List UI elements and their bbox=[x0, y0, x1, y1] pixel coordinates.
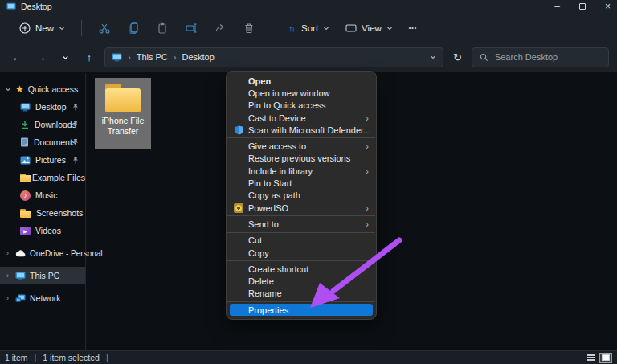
selected-count: 1 item selected bbox=[43, 353, 100, 362]
large-icons-view-icon bbox=[602, 354, 610, 361]
paste-button[interactable] bbox=[149, 18, 175, 39]
delete-button[interactable] bbox=[236, 18, 262, 39]
sidebar-item-downloads[interactable]: Downloads bbox=[0, 116, 85, 133]
menu-item-give-access-to[interactable]: Give access to› bbox=[227, 140, 376, 152]
sidebar-item-music[interactable]: ♪ Music bbox=[0, 186, 85, 204]
menu-separator bbox=[227, 260, 375, 261]
cut-button[interactable] bbox=[92, 18, 117, 39]
up-button[interactable]: ↑ bbox=[80, 51, 98, 63]
refresh-button[interactable]: ↻ bbox=[453, 51, 462, 63]
menu-item-open-in-new-window[interactable]: Open in new window bbox=[227, 87, 376, 99]
file-explorer-window: Desktop – × New bbox=[0, 0, 617, 364]
menu-item-rename[interactable]: Rename bbox=[227, 288, 376, 300]
forward-button[interactable]: → bbox=[32, 51, 50, 63]
menu-icon-slot bbox=[233, 166, 244, 176]
menu-item-restore-previous-versions[interactable]: Restore previous versions bbox=[227, 153, 376, 165]
menu-separator bbox=[227, 215, 375, 216]
folder-icon bbox=[20, 174, 27, 182]
details-view-button[interactable] bbox=[584, 353, 597, 363]
breadcrumb-this-pc[interactable]: This PC bbox=[137, 52, 168, 62]
menu-item-label: Properties bbox=[248, 305, 288, 315]
menu-item-label: Rename bbox=[248, 288, 282, 298]
details-view-icon bbox=[587, 354, 595, 361]
chevron-down-icon bbox=[59, 25, 65, 31]
sidebar-item-label: Screenshots bbox=[36, 208, 83, 218]
pin-icon bbox=[72, 156, 79, 166]
minimize-button[interactable]: – bbox=[554, 2, 560, 11]
large-icons-view-button[interactable] bbox=[599, 353, 612, 363]
chevron-collapsed-icon[interactable]: › bbox=[4, 294, 11, 302]
sort-button[interactable]: ↑↓ Sort bbox=[282, 20, 336, 36]
chevron-expanded-icon[interactable] bbox=[4, 86, 11, 92]
menu-item-open[interactable]: Open bbox=[227, 75, 376, 87]
menu-item-properties[interactable]: Properties bbox=[230, 304, 373, 316]
sidebar-item-documents[interactable]: Documents bbox=[0, 133, 85, 151]
menu-item-send-to[interactable]: Send to› bbox=[227, 218, 376, 230]
menu-item-cast-to-device[interactable]: Cast to Device› bbox=[227, 112, 376, 124]
sidebar-item-desktop[interactable]: Desktop bbox=[0, 98, 85, 116]
rename-button[interactable] bbox=[178, 18, 204, 39]
onedrive-cloud-icon bbox=[15, 249, 26, 258]
sidebar-item-label: Example Files bbox=[32, 173, 85, 182]
file-iphone-file-transfer[interactable]: iPhone File Transfer bbox=[95, 78, 151, 149]
sidebar-item-screenshots[interactable]: Screenshots bbox=[0, 204, 85, 222]
sidebar-item-quick-access[interactable]: ★ Quick access bbox=[0, 80, 85, 98]
menu-item-scan-with-defender[interactable]: Scan with Microsoft Defender... bbox=[227, 124, 376, 136]
sidebar-item-label: Documents bbox=[34, 137, 76, 147]
sidebar-item-videos[interactable]: ▶ Videos bbox=[0, 222, 85, 239]
menu-item-delete[interactable]: Delete bbox=[227, 275, 376, 287]
share-button[interactable] bbox=[207, 18, 233, 39]
menu-item-cut[interactable]: Cut bbox=[227, 235, 376, 247]
menu-item-include-in-library[interactable]: Include in library› bbox=[227, 165, 376, 177]
menu-item-create-shortcut[interactable]: Create shortcut bbox=[227, 263, 376, 275]
menu-item-pin-to-start[interactable]: Pin to Start bbox=[227, 177, 376, 189]
status-divider: | bbox=[106, 353, 108, 362]
menu-item-poweriso[interactable]: PowerISO › bbox=[227, 202, 376, 214]
menu-item-pin-to-quick-access[interactable]: Pin to Quick access bbox=[227, 100, 376, 112]
copy-icon bbox=[127, 22, 140, 35]
sidebar-item-onedrive[interactable]: › OneDrive - Personal bbox=[0, 244, 85, 262]
menu-item-label: Scan with Microsoft Defender... bbox=[248, 125, 370, 135]
search-input[interactable] bbox=[495, 52, 601, 62]
address-dropdown-chevron-icon[interactable] bbox=[430, 54, 436, 60]
address-bar: ← → ↑ › This PC › Desktop ↻ bbox=[0, 43, 617, 72]
menu-icon-slot bbox=[233, 113, 244, 123]
copy-button[interactable] bbox=[121, 18, 146, 39]
sidebar-item-label: Network bbox=[30, 293, 61, 303]
window-chrome: Desktop – × New bbox=[0, 0, 617, 72]
more-options-button[interactable]: ••• bbox=[402, 22, 423, 34]
search-box[interactable] bbox=[472, 47, 609, 67]
submenu-chevron-icon: › bbox=[366, 203, 369, 213]
pin-icon bbox=[72, 121, 79, 130]
menu-item-label: Include in library bbox=[248, 166, 313, 176]
breadcrumb-desktop[interactable]: Desktop bbox=[182, 52, 214, 62]
command-toolbar: New bbox=[0, 13, 617, 43]
new-button[interactable]: New bbox=[13, 19, 72, 37]
sort-button-label: Sort bbox=[301, 23, 318, 33]
sidebar-item-label: Music bbox=[35, 190, 57, 200]
recent-locations-button[interactable] bbox=[56, 51, 74, 63]
view-button[interactable]: View bbox=[339, 20, 399, 36]
chevron-collapsed-icon[interactable]: › bbox=[4, 249, 11, 257]
menu-icon-slot bbox=[233, 219, 244, 229]
close-button[interactable]: × bbox=[605, 2, 611, 11]
chevron-down-icon bbox=[386, 25, 393, 31]
chevron-collapsed-icon[interactable]: › bbox=[4, 272, 11, 280]
breadcrumb[interactable]: › This PC › Desktop bbox=[104, 47, 443, 67]
menu-item-label: Restore previous versions bbox=[248, 153, 350, 163]
menu-item-copy[interactable]: Copy bbox=[227, 247, 376, 259]
menu-icon-slot bbox=[233, 288, 244, 298]
desktop-icon bbox=[20, 103, 31, 112]
sidebar-item-pictures[interactable]: Pictures bbox=[0, 151, 85, 169]
sidebar-item-example-files[interactable]: Example Files bbox=[0, 169, 85, 186]
back-button[interactable]: ← bbox=[8, 51, 26, 63]
menu-icon-slot bbox=[233, 153, 244, 163]
menu-item-label: Copy bbox=[248, 248, 269, 258]
sidebar-item-this-pc[interactable]: › This PC bbox=[0, 267, 85, 284]
maximize-button[interactable] bbox=[579, 2, 586, 11]
menu-item-label: Cast to Device bbox=[248, 113, 306, 123]
breadcrumb-chevron-icon: › bbox=[174, 52, 177, 62]
sidebar-item-network[interactable]: › Network bbox=[0, 289, 85, 307]
scissors-icon bbox=[98, 22, 111, 35]
menu-item-copy-as-path[interactable]: Copy as path bbox=[227, 190, 376, 202]
